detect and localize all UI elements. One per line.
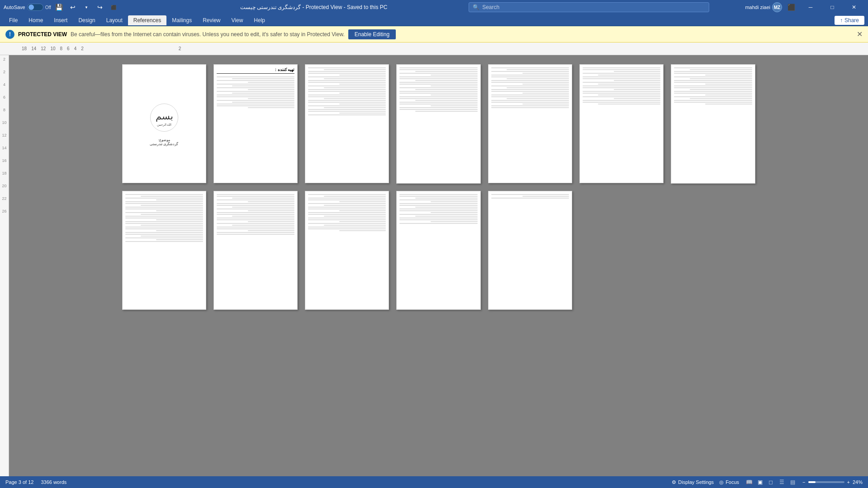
page-lines-7 bbox=[674, 67, 752, 104]
tab-help[interactable]: Help bbox=[248, 15, 270, 25]
page-thumb-4-inner bbox=[397, 65, 480, 183]
tab-home[interactable]: Home bbox=[23, 15, 48, 25]
page-lines-9 bbox=[217, 194, 294, 235]
view-layout-icon[interactable]: ▣ bbox=[755, 478, 764, 486]
minimize-button[interactable]: ─ bbox=[800, 0, 821, 14]
tab-layout[interactable]: Layout bbox=[101, 15, 128, 25]
share-icon: ↑ bbox=[840, 17, 843, 24]
page-thumb-10[interactable] bbox=[305, 191, 389, 310]
page-lines-11 bbox=[399, 194, 477, 224]
page-thumb-9[interactable] bbox=[213, 191, 298, 310]
page-thumb-1[interactable]: بسم الله الرحمن موضوع: گردشگری تندرستی bbox=[122, 64, 206, 183]
zoom-area: − + 24% bbox=[802, 479, 863, 485]
display-settings-icon: ⚙ bbox=[672, 479, 676, 485]
autosave-toggle[interactable] bbox=[27, 4, 43, 11]
page-thumb-11[interactable] bbox=[396, 191, 480, 310]
view-draft-icon[interactable]: ▤ bbox=[788, 478, 797, 486]
customize-button[interactable]: ⬛ bbox=[108, 2, 119, 13]
tab-file[interactable]: File bbox=[4, 15, 23, 25]
main-area: 2 2 4 6 8 10 12 14 16 18 20 22 26 بسم ال… bbox=[0, 55, 868, 476]
page-grid-row2 bbox=[122, 191, 755, 310]
word-count: 3366 words bbox=[41, 479, 66, 485]
page-thumb-12-inner bbox=[489, 191, 572, 309]
close-button[interactable]: ✕ bbox=[844, 0, 864, 14]
zoom-in-button[interactable]: + bbox=[847, 479, 850, 485]
focus-button[interactable]: ◎ Focus bbox=[719, 479, 739, 485]
zoom-out-button[interactable]: − bbox=[802, 479, 805, 485]
page-thumb-3[interactable] bbox=[305, 64, 389, 183]
tab-insert[interactable]: Insert bbox=[48, 15, 73, 25]
page-thumb-7[interactable] bbox=[671, 64, 755, 184]
maximize-button[interactable]: □ bbox=[822, 0, 843, 14]
page-lines-8 bbox=[125, 194, 203, 242]
shield-icon: ! bbox=[5, 30, 14, 39]
zoom-track bbox=[808, 481, 816, 483]
page-thumb-6[interactable] bbox=[579, 64, 664, 183]
enable-editing-button[interactable]: Enable Editing bbox=[348, 29, 396, 39]
autosave-state: Off bbox=[45, 5, 51, 10]
protected-view-label: PROTECTED VIEW bbox=[18, 31, 67, 38]
view-outline-icon[interactable]: ☰ bbox=[777, 478, 786, 486]
page-lines-3 bbox=[308, 67, 386, 115]
page-info: Page 3 of 12 bbox=[5, 479, 33, 485]
view-icons: 📖 ▣ ◻ ☰ ▤ bbox=[745, 478, 797, 486]
window-controls: ─ □ ✕ bbox=[800, 0, 864, 14]
banner-close-button[interactable]: ✕ bbox=[857, 30, 863, 38]
redo-button[interactable]: ↪ bbox=[95, 2, 105, 13]
protected-view-message: Be careful—files from the Internet can c… bbox=[71, 31, 345, 38]
cover-logo: بسم الله الرحمن bbox=[148, 102, 180, 133]
tab-references[interactable]: References bbox=[128, 15, 166, 25]
document-canvas[interactable]: بسم الله الرحمن موضوع: گردشگری تندرستی ت… bbox=[9, 55, 868, 476]
svg-text:بسم: بسم bbox=[155, 111, 173, 122]
tab-review[interactable]: Review bbox=[197, 15, 226, 25]
page-thumb-2[interactable]: تهیه کننده : bbox=[213, 64, 298, 183]
tab-view[interactable]: View bbox=[226, 15, 249, 25]
page-lines-12 bbox=[491, 194, 569, 199]
search-icon: 🔍 bbox=[473, 4, 479, 10]
title-bar: AutoSave Off 💾 ↩ ▼ ↪ ⬛ گردشگری تندرستی چ… bbox=[0, 0, 868, 14]
document-title: گردشگری تندرستی چیست - Protected View - … bbox=[159, 4, 469, 10]
user-info[interactable]: mahdi ziaei MZ bbox=[745, 2, 782, 12]
page-lines-10 bbox=[308, 194, 386, 231]
save-button[interactable]: 💾 bbox=[54, 2, 65, 13]
page-lines-5 bbox=[491, 67, 569, 108]
zoom-level[interactable]: 24% bbox=[853, 479, 863, 485]
page-thumb-8[interactable] bbox=[122, 191, 206, 310]
ruler-numbers: 18 14 12 10 8 6 4 2 2 bbox=[18, 46, 181, 51]
toc-title: تهیه کننده : bbox=[217, 67, 294, 74]
autosave-area: AutoSave Off bbox=[4, 4, 51, 11]
user-avatar[interactable]: MZ bbox=[772, 2, 782, 12]
toc-lines bbox=[217, 76, 294, 108]
horizontal-ruler: 18 14 12 10 8 6 4 2 2 bbox=[0, 43, 868, 55]
status-bar: Page 3 of 12 3366 words ⚙ Display Settin… bbox=[0, 476, 868, 488]
cover-subtitle2: گردشگری تندرستی bbox=[150, 142, 178, 146]
protected-view-banner: ! PROTECTED VIEW Be careful—files from t… bbox=[0, 26, 868, 43]
undo-button[interactable]: ↩ bbox=[67, 2, 78, 13]
search-bar[interactable]: 🔍 bbox=[469, 2, 709, 12]
page-thumb-11-inner bbox=[397, 191, 480, 310]
tab-mailings[interactable]: Mailings bbox=[166, 15, 197, 25]
vertical-ruler: 2 2 4 6 8 10 12 14 16 18 20 22 26 bbox=[0, 55, 9, 476]
page-thumb-5[interactable] bbox=[488, 64, 572, 183]
search-input[interactable] bbox=[482, 4, 705, 10]
ribbon-display-button[interactable]: ⬛ bbox=[786, 2, 797, 13]
view-read-icon[interactable]: 📖 bbox=[745, 478, 754, 486]
undo-dropdown-button[interactable]: ▼ bbox=[81, 2, 92, 13]
share-label: Share bbox=[844, 17, 859, 24]
page-thumb-4[interactable] bbox=[396, 64, 480, 184]
page-lines-4 bbox=[399, 67, 477, 112]
share-button[interactable]: ↑ Share bbox=[835, 16, 864, 25]
tab-design[interactable]: Design bbox=[73, 15, 100, 25]
page-thumb-8-inner bbox=[123, 191, 206, 309]
titlebar-left: AutoSave Off 💾 ↩ ▼ ↪ ⬛ bbox=[4, 2, 159, 13]
display-settings-button[interactable]: ⚙ Display Settings bbox=[672, 479, 714, 485]
page-thumb-3-inner bbox=[305, 65, 389, 183]
page-thumb-10-inner bbox=[305, 191, 389, 309]
cover-subtitle1: موضوع: bbox=[150, 138, 178, 142]
view-web-icon[interactable]: ◻ bbox=[766, 478, 775, 486]
cover-content: بسم الله الرحمن موضوع: گردشگری تندرستی bbox=[123, 65, 206, 183]
svg-text:الله الرحمن: الله الرحمن bbox=[157, 123, 171, 126]
page-thumb-12[interactable] bbox=[488, 191, 572, 310]
page-thumb-7-inner bbox=[671, 65, 754, 183]
zoom-slider[interactable] bbox=[808, 481, 844, 483]
